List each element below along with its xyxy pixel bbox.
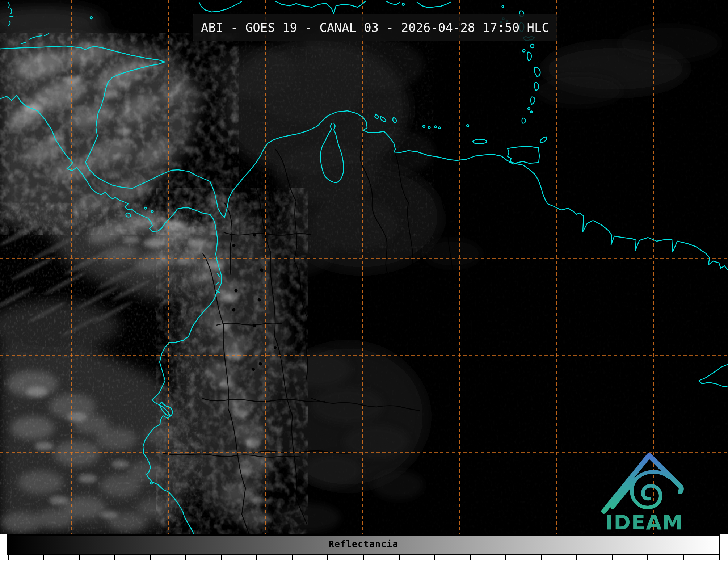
colorbar-tick [292,555,293,560]
colorbar-tick [647,555,648,560]
colorbar-tick [221,555,222,560]
colorbar-tick [363,555,364,560]
ideam-logo: IDEAM [598,450,689,532]
map-area: ABI - GOES 19 - CANAL 03 - 2026-04-28 17… [0,0,728,534]
colorbar-area: Reflectancia 0.00.20.40.60.81.0 [0,534,728,571]
ideam-mountain-icon [604,455,681,511]
title-bar: ABI - GOES 19 - CANAL 03 - 2026-04-28 17… [193,14,557,41]
product-title: ABI - GOES 19 - CANAL 03 - 2026-04-28 17… [201,20,549,35]
colorbar: Reflectancia [7,534,720,555]
colorbar-tick [612,555,613,560]
colorbar-tick [8,555,9,560]
goes-satellite-product: ABI - GOES 19 - CANAL 03 - 2026-04-28 17… [0,0,728,571]
colorbar-tick [79,555,80,560]
ideam-wordmark: IDEAM [606,511,683,532]
colorbar-label: Reflectancia [329,539,399,549]
colorbar-tick [256,555,257,560]
colorbar-tick [470,555,471,560]
colorbar-tick [399,555,400,560]
colorbar-tick [541,555,542,560]
colorbar-tick [185,555,186,560]
colorbar-tick [43,555,44,560]
colorbar-tick [683,555,684,560]
colorbar-tick [576,555,577,560]
colorbar-tick [327,555,328,560]
colorbar-tick [434,555,435,560]
colorbar-tick [150,555,151,560]
hurricane-spiral-icon [632,472,669,507]
colorbar-tick [505,555,506,560]
colorbar-tick [719,555,720,560]
colorbar-tick [114,555,115,560]
